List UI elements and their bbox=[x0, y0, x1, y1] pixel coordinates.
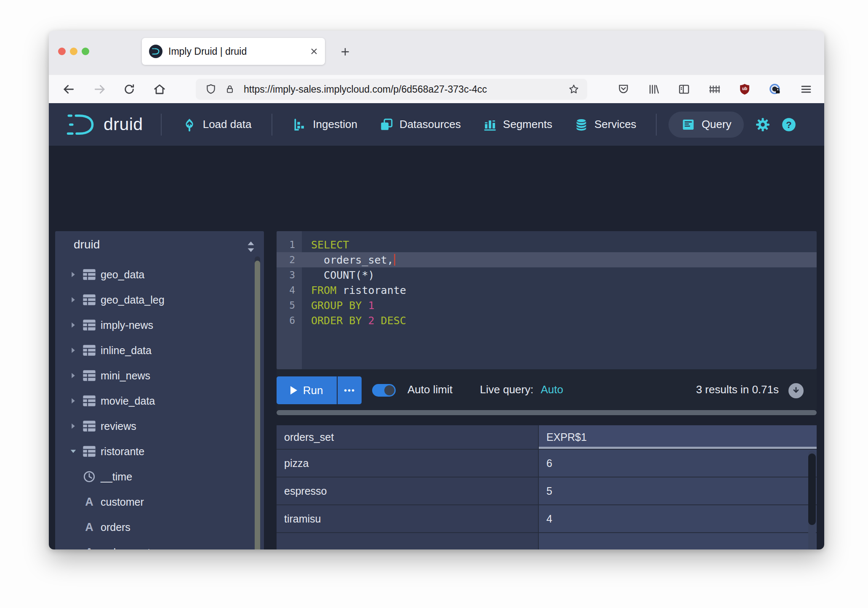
sidebar-toggle-icon[interactable] bbox=[674, 75, 694, 103]
schema-selector[interactable]: druid bbox=[74, 238, 100, 251]
url-text: https://imply-sales.implycloud.com/p/6d5… bbox=[244, 84, 555, 95]
run-more-button[interactable]: ••• bbox=[337, 376, 362, 404]
nav-label: Segments bbox=[503, 118, 552, 131]
cell-value[interactable]: 4 bbox=[539, 505, 817, 533]
load-data-icon bbox=[182, 117, 197, 132]
chevron-right-icon[interactable] bbox=[69, 397, 77, 405]
line-number: 2 bbox=[277, 254, 302, 265]
svg-text:ub: ub bbox=[742, 86, 747, 91]
editor-line-5: 5GROUP BY 1 bbox=[277, 298, 817, 313]
table-icon bbox=[83, 395, 96, 407]
double-caret-icon[interactable] bbox=[245, 240, 256, 255]
chevron-right-icon[interactable] bbox=[69, 422, 77, 430]
sidebar-item-imply-news[interactable]: imply-news bbox=[55, 312, 264, 338]
segments-icon bbox=[483, 117, 497, 132]
auto-limit-toggle[interactable] bbox=[372, 384, 396, 397]
new-tab-button[interactable] bbox=[337, 43, 354, 60]
column-header-orders-set[interactable]: orders_set bbox=[277, 425, 539, 450]
column-header-expr1[interactable]: EXPR$1 bbox=[539, 425, 817, 450]
menu-hamburger-icon[interactable] bbox=[796, 75, 816, 103]
svg-text:?: ? bbox=[786, 119, 792, 130]
tab-close-icon[interactable] bbox=[306, 43, 322, 60]
help-icon[interactable]: ? bbox=[781, 117, 797, 133]
line-number: 1 bbox=[277, 239, 302, 250]
sidebar-item-movie_data[interactable]: movie_data bbox=[55, 388, 264, 413]
ingestion-icon bbox=[293, 117, 307, 132]
chevron-down-icon[interactable] bbox=[69, 447, 77, 456]
lock-icon[interactable] bbox=[224, 84, 235, 95]
library-icon[interactable] bbox=[644, 75, 663, 103]
forward-icon[interactable] bbox=[90, 75, 109, 103]
nav-load-data[interactable]: Load data bbox=[182, 117, 252, 132]
sidebar-item-customer[interactable]: Acustomer bbox=[55, 489, 264, 515]
reload-icon[interactable] bbox=[120, 75, 139, 103]
sidebar-item-mini_news[interactable]: mini_news bbox=[55, 363, 264, 388]
sidebar-item-inline_data[interactable]: inline_data bbox=[55, 338, 264, 363]
header-divider bbox=[272, 114, 272, 136]
nav-label: Services bbox=[594, 118, 636, 131]
druid-favicon-icon bbox=[149, 45, 162, 58]
nav-datasources[interactable]: Datasources bbox=[379, 117, 461, 132]
code-text: orders_set, bbox=[302, 254, 395, 266]
sidebar-item-label: orders_set bbox=[101, 547, 150, 550]
sidebar-item-reviews[interactable]: reviews bbox=[55, 413, 264, 439]
header-divider bbox=[161, 114, 162, 136]
nav-segments[interactable]: Segments bbox=[483, 117, 552, 132]
sidebar-item-geo_data[interactable]: geo_data bbox=[55, 262, 264, 287]
run-button[interactable]: Run bbox=[277, 376, 337, 404]
onelogin-lock-icon[interactable] bbox=[765, 75, 785, 103]
sidebar-item-orders[interactable]: Aorders bbox=[55, 515, 264, 540]
nav-label: Ingestion bbox=[313, 118, 357, 131]
line-number: 6 bbox=[277, 315, 302, 326]
cell-value[interactable]: 5 bbox=[539, 477, 817, 505]
sidebar-item-__time[interactable]: __time bbox=[55, 464, 264, 489]
sql-editor[interactable]: 1SELECT2 orders_set,3 COUNT(*)4FROM rist… bbox=[277, 231, 817, 369]
code-text: ORDER BY 2 DESC bbox=[302, 315, 406, 327]
window-minimize-button[interactable] bbox=[70, 48, 77, 55]
auto-limit-label: Auto limit bbox=[407, 383, 453, 396]
sidebar-item-geo_data_leg[interactable]: geo_data_leg bbox=[55, 287, 264, 312]
nav-services[interactable]: Services bbox=[574, 117, 636, 132]
sidebar-scrollbar-thumb[interactable] bbox=[255, 261, 260, 549]
table-scrollbar-thumb[interactable] bbox=[808, 453, 816, 525]
gear-icon[interactable] bbox=[755, 117, 771, 133]
nav-ingestion[interactable]: Ingestion bbox=[293, 117, 357, 132]
clock-icon bbox=[83, 470, 96, 483]
sidebar-item-ristorante[interactable]: ristorante bbox=[55, 439, 264, 464]
browser-toolbar: https://imply-sales.implycloud.com/p/6d5… bbox=[49, 75, 824, 104]
cell-value[interactable]: 6 bbox=[539, 450, 817, 477]
chevron-right-icon[interactable] bbox=[69, 296, 77, 304]
browser-tab[interactable]: Imply Druid | druid bbox=[142, 38, 325, 65]
code-text: FROM ristorante bbox=[302, 284, 406, 296]
chevron-right-icon[interactable] bbox=[69, 346, 77, 355]
url-bar[interactable]: https://imply-sales.implycloud.com/p/6d5… bbox=[196, 79, 587, 100]
download-results-icon[interactable] bbox=[788, 383, 804, 398]
back-icon[interactable] bbox=[59, 75, 78, 103]
bookmark-star-icon[interactable] bbox=[568, 83, 580, 95]
window-zoom-button[interactable] bbox=[82, 48, 89, 55]
cell-pizza[interactable]: pizza bbox=[277, 450, 539, 477]
tracking-shield-icon[interactable] bbox=[205, 83, 217, 95]
panel-splitter-handle[interactable] bbox=[277, 410, 817, 415]
table-row-pizza: pizza6 bbox=[277, 450, 817, 477]
chevron-right-icon[interactable] bbox=[69, 321, 77, 329]
druid-logo-icon[interactable] bbox=[67, 112, 97, 137]
sidebar-item-label: __time bbox=[101, 471, 132, 483]
live-query-value[interactable]: Auto bbox=[541, 383, 563, 396]
tab-query[interactable]: Query bbox=[668, 112, 744, 138]
url-fade bbox=[517, 84, 555, 95]
window-close-button[interactable] bbox=[58, 48, 66, 55]
sidebar-item-label: mini_news bbox=[101, 370, 150, 382]
cell-espresso[interactable]: espresso bbox=[277, 477, 539, 505]
ublock-origin-icon[interactable]: ub bbox=[735, 75, 754, 103]
containers-fence-icon[interactable] bbox=[705, 75, 724, 103]
chevron-right-icon[interactable] bbox=[69, 270, 77, 279]
app-header: druid Load data IngestionDatasourcesSegm… bbox=[49, 103, 824, 146]
pocket-icon[interactable] bbox=[614, 75, 633, 103]
table-row-espresso: espresso5 bbox=[277, 477, 817, 505]
code-text: SELECT bbox=[302, 239, 349, 251]
cell-tiramisu[interactable]: tiramisu bbox=[277, 505, 539, 533]
sidebar-item-orders_set[interactable]: Aorders_set bbox=[55, 540, 264, 549]
chevron-right-icon[interactable] bbox=[69, 371, 77, 380]
home-icon[interactable] bbox=[150, 75, 169, 103]
